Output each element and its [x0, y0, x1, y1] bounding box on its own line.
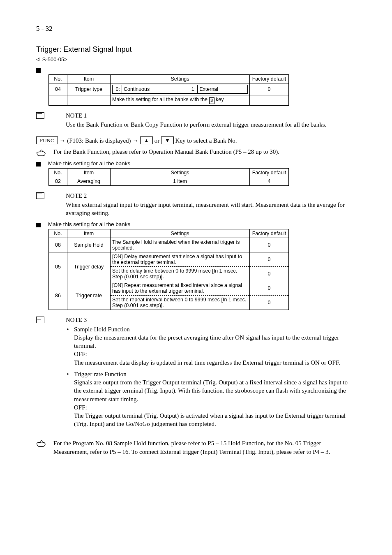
t2-default: 4	[250, 177, 289, 185]
r2-item: Trigger delay	[67, 252, 111, 281]
table-trigger-type: No. Item Settings Factory default 04 Tri…	[48, 74, 289, 106]
table-trigger-options: No. Item Settings Factory default 08 Sam…	[48, 229, 289, 310]
n3-b1-l3: OFF:	[74, 350, 357, 358]
note1-body: Use the Bank Function or Bank Copy Funct…	[66, 120, 326, 129]
footer-xref: For the Program No. 08 Sample Hold funct…	[53, 439, 357, 456]
opt-0-label: Continuous	[122, 85, 188, 94]
t2-caption: Make this setting for all the banks	[48, 160, 130, 166]
t1-b-desc-tail: key	[216, 97, 224, 102]
bullet-dot-icon: •	[66, 325, 70, 367]
t1-no: 04	[49, 83, 67, 95]
page-number: 5 - 32	[36, 25, 53, 33]
col-settings: Settings	[111, 168, 250, 177]
col-no: No.	[49, 229, 67, 238]
r1-settings: The Sample Hold is enabled when the exte…	[111, 238, 250, 252]
col-settings: Settings	[111, 229, 250, 238]
r2-s1: [ON] Delay measurement start since a sig…	[111, 252, 250, 267]
t1-item: Trigger type	[67, 83, 111, 95]
bullet-dot-icon: •	[66, 370, 70, 428]
n3-b2-l3: OFF:	[74, 403, 357, 412]
r2-d1: 0	[250, 252, 289, 267]
flow-tail: Key to select a Bank No.	[174, 137, 237, 144]
col-no: No.	[49, 168, 67, 177]
flow-mid: → (F103: Bank is displayed) →	[58, 137, 140, 144]
note-icon	[36, 112, 44, 119]
note1-head: NOTE 1	[66, 111, 326, 120]
r3-d1: 0	[250, 281, 289, 296]
col-item: Item	[67, 229, 111, 238]
opt-0-num: 0:	[113, 85, 122, 94]
square-bullet-icon	[36, 162, 41, 166]
r1-no: 08	[49, 238, 67, 252]
t1-b-no	[49, 95, 67, 106]
square-bullet-icon	[36, 223, 41, 227]
n3-b1-l1: Sample Hold Function	[74, 325, 357, 333]
col-item: Item	[67, 75, 111, 83]
r1-item: Sample Hold	[67, 238, 111, 252]
col-default: Factory default	[250, 75, 289, 83]
note2-head: NOTE 2	[66, 192, 357, 200]
flow-or: or	[153, 137, 161, 144]
r3-s1: [ON] Repeat measurement at fixed interva…	[111, 281, 250, 296]
col-default: Factory default	[250, 168, 289, 177]
t2-settings: 1 item	[111, 177, 250, 185]
flow-line: FUNC → (F103: Bank is displayed) → ▲ or …	[36, 136, 357, 144]
down-key: ▼	[161, 136, 174, 144]
t2-item: Averaging	[67, 177, 111, 185]
r2-no: 05	[49, 252, 67, 281]
r3-d2: 0	[250, 296, 289, 310]
r1-default: 0	[250, 238, 289, 252]
square-bullet-icon	[36, 68, 41, 73]
r3-no: 86	[49, 281, 67, 310]
note-icon	[36, 192, 44, 199]
page-title: Trigger: External Signal Input	[36, 45, 357, 54]
hand-pointer-icon	[36, 149, 46, 157]
col-no: No.	[49, 75, 67, 83]
note2-body: When external signal input to trigger in…	[66, 201, 357, 217]
bank-ref: For the Bank Function, please refer to O…	[53, 148, 279, 155]
opt-1-num: 1:	[188, 85, 198, 94]
r3-s2: Set the repeat interval between 0 to 999…	[111, 296, 250, 310]
n3-b1-l2: Display the measurement data for the pre…	[74, 333, 357, 350]
t1-b-desc: Make this setting for all the banks with…	[111, 95, 250, 106]
key-3-icon: 3	[209, 97, 214, 104]
up-key: ▲	[140, 136, 153, 144]
n3-b2-l2: Signals are output from the Trigger Outp…	[74, 378, 357, 403]
page-subtitle: <LS-500-05>	[36, 56, 357, 62]
r3-item: Trigger rate	[67, 281, 111, 310]
t3-caption: Make this setting for all the banks	[48, 221, 130, 227]
t1-b-default	[250, 95, 289, 106]
t2-no: 02	[49, 177, 67, 185]
t1-b-item	[67, 95, 111, 106]
col-default: Factory default	[250, 229, 289, 238]
t1-default: 0	[250, 83, 289, 95]
note-icon	[36, 317, 44, 323]
note3-head: NOTE 3	[66, 316, 357, 324]
n3-b2-l1: Trigger rate Function	[74, 370, 357, 378]
func-key: FUNC	[36, 136, 58, 144]
t1-settings: 0: Continuous 1: External	[111, 83, 250, 95]
col-item: Item	[67, 168, 111, 177]
opt-1-label: External	[198, 85, 248, 94]
t1-b-desc-text: Make this setting for all the banks with…	[112, 97, 209, 102]
table-averaging: No. Item Settings Factory default 02 Ave…	[48, 168, 289, 186]
r2-s2: Set the delay time between 0 to 9999 mse…	[111, 267, 250, 281]
r2-d2: 0	[250, 267, 289, 281]
n3-b1-l4: The measurement data display is updated …	[74, 358, 357, 367]
col-settings: Settings	[111, 75, 250, 83]
n3-b2-l4: The Trigger output terminal (Trig. Outpu…	[74, 412, 357, 428]
hand-pointer-icon	[36, 440, 46, 447]
